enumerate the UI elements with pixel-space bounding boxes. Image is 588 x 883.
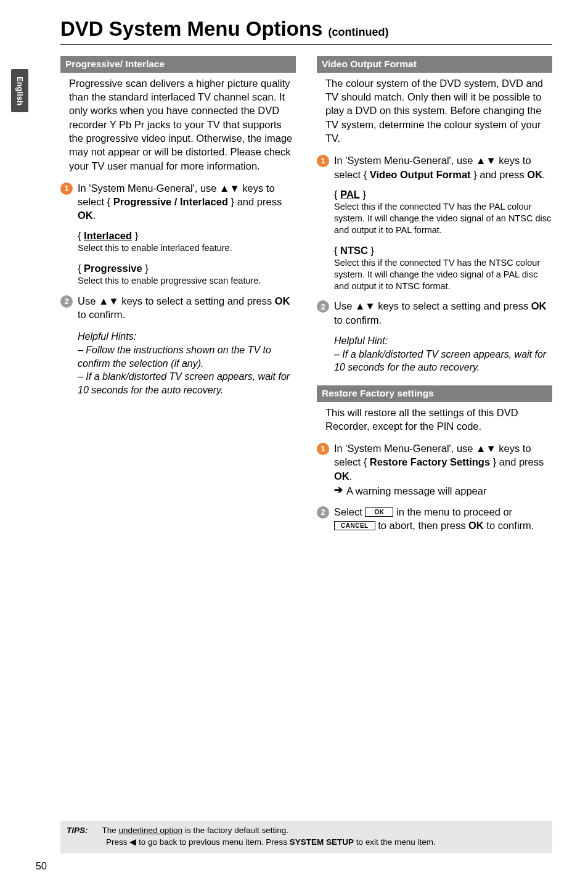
option-ntsc: { NTSC } Select this if the connected TV… [334,244,552,292]
step-2-video: 2 Use ▲▼ keys to select a setting and pr… [317,299,552,327]
helpful-hints-left: Helpful Hints: – Follow the instructions… [78,330,296,396]
title-sub: (continued) [329,26,389,38]
step-1-left: 1 In 'System Menu-General', use ▲▼ keys … [60,181,296,223]
section-progressive-interlace: Progressive/ Interlace [60,56,296,73]
video-output-intro: The colour system of the DVD system, DVD… [325,76,552,145]
restore-substep: ➔ A warning message will appear [334,484,552,498]
tips-line1: The underlined option is the factory def… [102,826,288,835]
orange-bullet-1-icon: 1 [60,183,73,195]
page-title: DVD System Menu Options (continued) [60,17,552,41]
step-2-restore: 2 Select OK in the menu to proceed or CA… [317,505,552,533]
orange-bullet-1-icon: 1 [317,155,329,167]
title-rule [60,44,552,45]
language-tab: English [11,69,28,112]
step-2-video-text: Use ▲▼ keys to select a setting and pres… [334,299,552,327]
up-down-icon: ▲▼ [355,300,375,311]
orange-bullet-1-icon: 1 [317,443,329,455]
ok-inline-button-icon: OK [365,507,393,517]
step-1-restore-text: In 'System Menu-General', use ▲▼ keys to… [334,442,552,483]
gray-bullet-2-icon: 2 [60,295,73,308]
step-1-video-text: In 'System Menu-General', use ▲▼ keys to… [334,154,552,181]
step-2-restore-text: Select OK in the menu to proceed or CANC… [334,505,552,533]
step-2-left-text: Use ▲▼ keys to select a setting and pres… [78,294,296,322]
step-1-restore: 1 In 'System Menu-General', use ▲▼ keys … [317,442,552,483]
cancel-inline-button-icon: CANCEL [334,521,375,530]
page-number: 50 [36,861,47,872]
left-column: Progressive/ Interlace Progressive scan … [60,56,296,539]
step-1-left-text: In 'System Menu-General', use ▲▼ keys to… [78,181,296,223]
up-down-icon: ▲▼ [99,295,119,306]
section-restore-factory: Restore Factory settings [317,385,552,402]
left-arrow-icon: ◀ [129,837,136,847]
option-pal: { PAL } Select this if the connected TV … [334,187,552,236]
right-arrow-icon: ➔ [334,484,343,496]
tips-label: TIPS: [67,824,100,837]
option-interlaced: { Interlaced } Select this to enable int… [78,229,296,254]
progressive-intro: Progressive scan delivers a higher pictu… [69,76,296,173]
helpful-hint-right: Helpful Hint: – If a blank/distorted TV … [334,334,552,374]
section-video-output: Video Output Format [317,56,552,73]
up-down-icon: ▲▼ [476,443,496,454]
up-down-icon: ▲▼ [219,183,240,194]
tips-bar: TIPS: The underlined option is the facto… [60,821,552,853]
restore-intro: This will restore all the settings of th… [325,406,552,433]
right-column: Video Output Format The colour system of… [317,56,552,539]
gray-bullet-2-icon: 2 [317,506,329,519]
option-progressive: { Progressive } Select this to enable pr… [78,261,296,287]
title-main: DVD System Menu Options [60,17,329,40]
up-down-icon: ▲▼ [476,155,496,166]
gray-bullet-2-icon: 2 [317,300,329,313]
tips-line2: Press ◀ to go back to previous menu item… [106,836,546,848]
step-2-left: 2 Use ▲▼ keys to select a setting and pr… [60,294,296,322]
step-1-video: 1 In 'System Menu-General', use ▲▼ keys … [317,154,552,181]
